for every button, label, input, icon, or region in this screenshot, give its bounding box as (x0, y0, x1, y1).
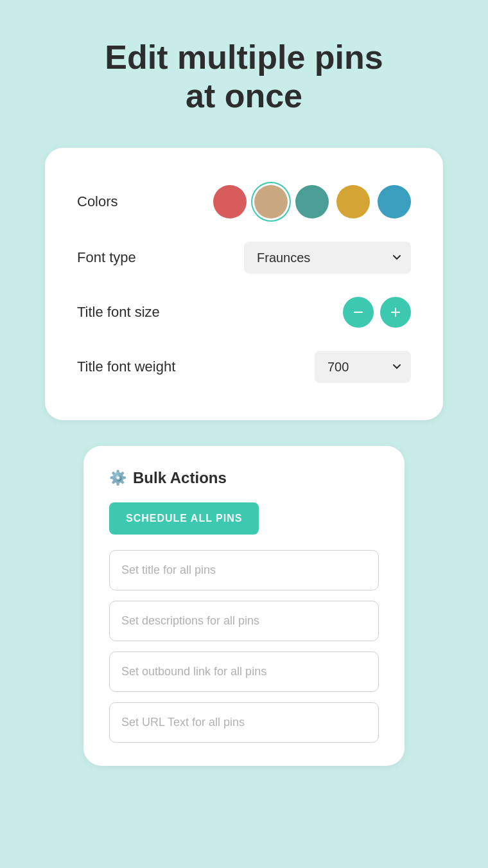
title-line2: at once (186, 77, 302, 114)
title-font-size-row: Title font size − + (77, 285, 411, 339)
color-red[interactable] (213, 185, 247, 218)
color-picker (213, 185, 411, 218)
color-gold[interactable] (336, 185, 370, 218)
increase-font-size-button[interactable]: + (380, 297, 411, 328)
schedule-all-pins-button[interactable]: SCHEDULE ALL PINS (109, 502, 259, 535)
set-title-input[interactable] (109, 550, 379, 590)
colors-row: Colors (77, 173, 411, 230)
edit-options-card: Colors Font type Fraunces Arial Georgia … (45, 148, 443, 420)
color-blue[interactable] (378, 185, 411, 218)
gear-icon: ⚙️ (109, 470, 126, 486)
font-type-select[interactable]: Fraunces Arial Georgia Roboto Open Sans (244, 242, 411, 274)
bulk-actions-title: Bulk Actions (133, 469, 227, 487)
minus-icon: − (353, 303, 363, 321)
bulk-actions-card: ⚙️ Bulk Actions SCHEDULE ALL PINS (83, 446, 405, 766)
title-line1: Edit multiple pins (105, 39, 383, 76)
font-weight-select[interactable]: 100 200 300 400 500 600 700 800 900 (315, 351, 411, 383)
color-teal-dark[interactable] (295, 185, 329, 218)
title-font-weight-label: Title font weight (77, 359, 175, 375)
set-description-input[interactable] (109, 601, 379, 641)
title-font-weight-row: Title font weight 100 200 300 400 500 60… (77, 339, 411, 394)
font-size-controls: − + (343, 297, 411, 328)
decrease-font-size-button[interactable]: − (343, 297, 374, 328)
page-title: Edit multiple pins at once (105, 39, 383, 116)
title-font-size-label: Title font size (77, 304, 160, 321)
font-type-label: Font type (77, 249, 136, 266)
set-url-text-input[interactable] (109, 702, 379, 743)
colors-label: Colors (77, 193, 118, 210)
plus-icon: + (390, 303, 401, 321)
bulk-actions-header: ⚙️ Bulk Actions (109, 469, 379, 487)
font-type-row: Font type Fraunces Arial Georgia Roboto … (77, 230, 411, 285)
set-outbound-link-input[interactable] (109, 651, 379, 692)
color-tan[interactable] (254, 185, 288, 218)
